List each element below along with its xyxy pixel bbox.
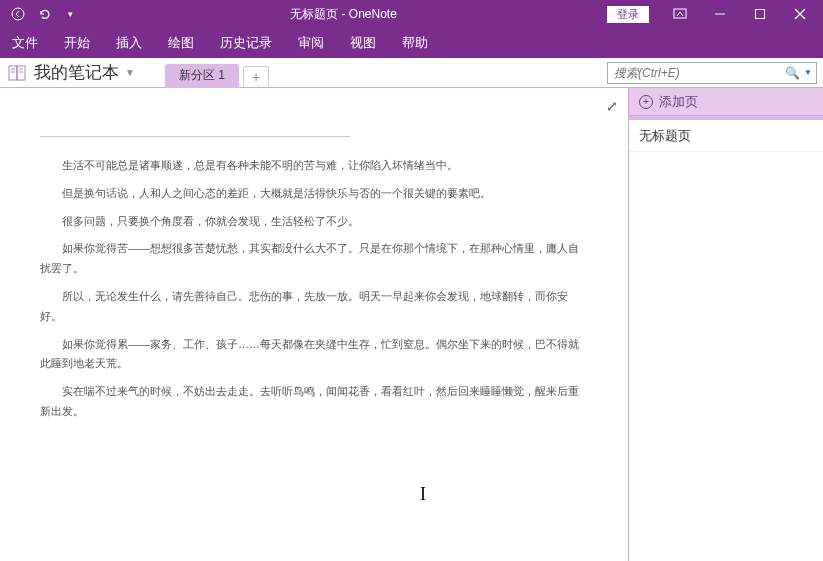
menu-insert[interactable]: 插入	[114, 30, 144, 56]
page-panel: + 添加页 无标题页	[628, 88, 823, 561]
search-icon[interactable]: 🔍	[780, 66, 804, 80]
plus-circle-icon: +	[639, 95, 653, 109]
svg-rect-6	[9, 66, 17, 80]
svg-rect-7	[17, 66, 25, 80]
ribbon-display-icon[interactable]	[661, 2, 699, 26]
add-page-button[interactable]: + 添加页	[629, 88, 823, 116]
search-input[interactable]	[608, 66, 780, 80]
menu-help[interactable]: 帮助	[400, 30, 430, 56]
note-paragraph: 如果你觉得苦——想想很多苦楚忧愁，其实都没什么大不了。只是在你那个情境下，在那种…	[40, 239, 588, 279]
menu-view[interactable]: 视图	[348, 30, 378, 56]
notebook-icon	[8, 65, 28, 81]
section-tab-label: 新分区 1	[179, 67, 225, 84]
login-button[interactable]: 登录	[607, 6, 649, 23]
title-underline	[40, 136, 350, 137]
notebook-name: 我的笔记本	[34, 61, 119, 84]
expand-icon[interactable]: ⤢	[606, 98, 618, 114]
menu-review[interactable]: 审阅	[296, 30, 326, 56]
svg-rect-3	[756, 10, 765, 19]
note-paragraph: 所以，无论发生什么，请先善待自己。悲伤的事，先放一放。明天一早起来你会发现，地球…	[40, 287, 588, 327]
add-page-label: 添加页	[659, 93, 698, 111]
add-section-button[interactable]: +	[243, 66, 269, 88]
editor-canvas[interactable]: ⤢ 生活不可能总是诸事顺遂，总是有各种未能不明的苦与难，让你陷入坏情绪当中。 但…	[0, 88, 628, 561]
section-tab-active[interactable]: 新分区 1	[165, 64, 239, 88]
close-icon[interactable]	[781, 2, 819, 26]
note-paragraph: 很多问题，只要换个角度看，你就会发现，生活轻松了不少。	[40, 212, 588, 232]
titlebar: ▾ 无标题页 - OneNote 登录	[0, 0, 823, 28]
maximize-icon[interactable]	[741, 2, 779, 26]
menu-history[interactable]: 历史记录	[218, 30, 274, 56]
chevron-down-icon: ▼	[125, 67, 135, 78]
note-paragraph: 但是换句话说，人和人之间心态的差距，大概就是活得快乐与否的一个很关键的要素吧。	[40, 184, 588, 204]
back-icon[interactable]	[8, 4, 28, 24]
menu-home[interactable]: 开始	[62, 30, 92, 56]
toolbar: 我的笔记本 ▼ 新分区 1 + 🔍 ▼	[0, 58, 823, 88]
note-paragraph: 如果你觉得累——家务、工作、孩子……每天都像在夹缝中生存，忙到窒息。偶尔坐下来的…	[40, 335, 588, 375]
note-paragraph: 实在喘不过来气的时候，不妨出去走走。去听听鸟鸣，闻闻花香，看看红叶，然后回来睡睡…	[40, 382, 588, 422]
page-list-item[interactable]: 无标题页	[629, 120, 823, 152]
svg-rect-1	[674, 9, 686, 18]
svg-point-0	[12, 8, 24, 20]
menubar: 文件 开始 插入 绘图 历史记录 审阅 视图 帮助	[0, 28, 823, 58]
text-cursor: I	[420, 484, 426, 505]
qat-dropdown-icon[interactable]: ▾	[60, 4, 80, 24]
note-paragraph: 生活不可能总是诸事顺遂，总是有各种未能不明的苦与难，让你陷入坏情绪当中。	[40, 156, 588, 176]
note-content: 生活不可能总是诸事顺遂，总是有各种未能不明的苦与难，让你陷入坏情绪当中。 但是换…	[0, 88, 628, 422]
undo-icon[interactable]	[34, 4, 54, 24]
page-title: 无标题页	[639, 127, 691, 145]
menu-draw[interactable]: 绘图	[166, 30, 196, 56]
notebook-selector[interactable]: 我的笔记本 ▼	[0, 61, 165, 84]
menu-file[interactable]: 文件	[10, 30, 40, 56]
search-dropdown-icon[interactable]: ▼	[804, 68, 816, 77]
search-box[interactable]: 🔍 ▼	[607, 62, 817, 84]
window-title: 无标题页 - OneNote	[80, 6, 607, 23]
minimize-icon[interactable]	[701, 2, 739, 26]
